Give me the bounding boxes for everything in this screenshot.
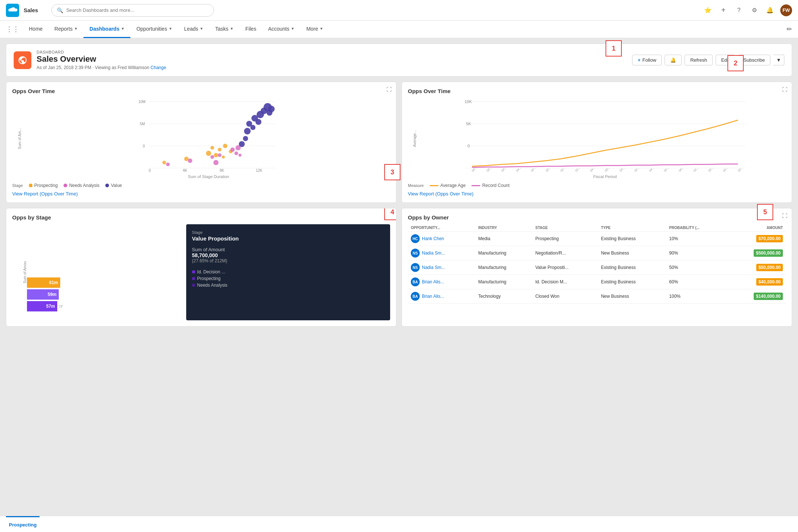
owner-link[interactable]: BA Brian Alis... bbox=[411, 292, 472, 301]
bell-button[interactable]: 🔔 bbox=[665, 55, 682, 65]
owner-link[interactable]: BA Brian Alis... bbox=[411, 277, 472, 286]
cell-type: Existing Business bbox=[598, 260, 666, 275]
table-row: BA Brian Alis... Technology Closed Won N… bbox=[408, 289, 786, 304]
cell-probability: 100% bbox=[666, 289, 727, 304]
cell-stage: Id. Decision M... bbox=[532, 275, 598, 289]
tooltip-amount-pct: (27.65% of 212M) bbox=[192, 258, 384, 263]
top-nav: Sales 🔍 ⭐ + ? ⚙ 🔔 FW bbox=[0, 0, 798, 21]
svg-text:Q2...: Q2... bbox=[530, 167, 536, 172]
owner-link[interactable]: HC Hank Chen bbox=[411, 234, 472, 243]
svg-text:Q1...: Q1... bbox=[574, 167, 581, 172]
svg-point-13 bbox=[206, 151, 211, 156]
chart2-expand-icon[interactable]: ⛶ bbox=[782, 86, 787, 92]
svg-text:5K: 5K bbox=[466, 122, 471, 126]
reports-chevron: ▼ bbox=[74, 27, 78, 31]
cell-type: Existing Business bbox=[598, 232, 666, 246]
svg-point-20 bbox=[166, 163, 170, 166]
col-type: TYPE bbox=[598, 224, 666, 232]
avatar[interactable]: FW bbox=[780, 4, 792, 16]
cell-industry: Manufacturing bbox=[475, 260, 532, 275]
chart1-view-report-link[interactable]: View Report (Opps Over Time) bbox=[12, 191, 78, 197]
nav-item-reports[interactable]: Reports ▼ bbox=[48, 20, 83, 38]
favorites-icon[interactable]: ⭐ bbox=[703, 5, 713, 16]
tooltip-legend-item-3: Needs Analysis bbox=[192, 283, 384, 288]
nav-item-tasks[interactable]: Tasks ▼ bbox=[209, 20, 239, 38]
bottom-tab-prospecting[interactable]: Prospecting bbox=[6, 516, 40, 532]
svg-text:Q4...: Q4... bbox=[678, 167, 684, 172]
owner-link[interactable]: NS Nadia Sm... bbox=[411, 263, 472, 272]
svg-text:8K: 8K bbox=[220, 168, 225, 172]
leads-chevron: ▼ bbox=[200, 27, 203, 31]
follow-button[interactable]: + Follow bbox=[632, 55, 662, 65]
cell-amount: $140,000.00 bbox=[727, 289, 786, 304]
svg-text:Q4...: Q4... bbox=[648, 167, 655, 172]
annotation-1: 1 bbox=[606, 40, 622, 57]
main-content: 1 2 DASHBOARD Sales Overview As of Jan 2… bbox=[0, 38, 798, 532]
chart-opps-by-owner: 5 ⛶ Opps by Owner OPPORTUNITY... INDUSTR… bbox=[402, 208, 792, 327]
chart2-legend: Measure Average Age Record Count bbox=[408, 183, 786, 188]
svg-point-24 bbox=[218, 153, 222, 157]
settings-icon[interactable]: ⚙ bbox=[749, 5, 760, 16]
chart1-title: Opps Over Time bbox=[12, 88, 390, 94]
owner-avatar: NS bbox=[411, 263, 420, 272]
help-icon[interactable]: ? bbox=[734, 5, 744, 16]
col-industry: INDUSTRY bbox=[475, 224, 532, 232]
chart1-x-label: Sum of Stage Duration bbox=[27, 174, 390, 179]
amount-badge: $50,000.00 bbox=[756, 264, 783, 271]
nav-item-leads[interactable]: Leads ▼ bbox=[178, 20, 209, 38]
chart2-view-report-link[interactable]: View Report (Opps Over Time) bbox=[408, 191, 473, 197]
svg-text:Q4...: Q4... bbox=[589, 167, 596, 172]
add-icon[interactable]: + bbox=[718, 5, 729, 16]
svg-text:4K: 4K bbox=[183, 168, 188, 172]
bell-icon[interactable]: 🔔 bbox=[765, 5, 775, 16]
cell-probability: 60% bbox=[666, 275, 727, 289]
annotation-4: 4 bbox=[384, 208, 396, 220]
owner-table-body: HC Hank Chen Media Prospecting Existing … bbox=[408, 232, 786, 304]
svg-text:Q1...: Q1... bbox=[634, 167, 640, 172]
cell-industry: Manufacturing bbox=[475, 246, 532, 260]
tooltip-amount-value: 58,700,000 bbox=[192, 252, 384, 258]
search-box[interactable]: 🔍 bbox=[51, 4, 214, 17]
owner-avatar: NS bbox=[411, 249, 420, 258]
chart1-legend: Stage Prospecting Needs Analysis Value bbox=[12, 183, 390, 188]
cell-amount: $40,000.00 bbox=[727, 275, 786, 289]
salesforce-logo[interactable] bbox=[6, 4, 19, 17]
nav-edit-icon[interactable]: ✏ bbox=[787, 25, 792, 33]
svg-point-16 bbox=[218, 148, 222, 151]
svg-point-40 bbox=[268, 106, 275, 112]
refresh-button[interactable]: Refresh bbox=[685, 55, 713, 65]
nav-item-opportunities[interactable]: Opportunities ▼ bbox=[130, 20, 178, 38]
chart2-line-svg: 10K 5K 0 Q3... Q3... Q4... Q4... Q2... Q… bbox=[424, 98, 786, 172]
chart2-y-label: Average... bbox=[413, 130, 417, 147]
owner-table: OPPORTUNITY... INDUSTRY STAGE TYPE PROBA… bbox=[408, 224, 786, 304]
svg-point-29 bbox=[239, 141, 245, 147]
svg-point-23 bbox=[214, 160, 219, 165]
subscribe-dropdown[interactable]: ▼ bbox=[773, 55, 784, 65]
nav-item-files[interactable]: Files bbox=[239, 20, 262, 38]
app-grid-icon[interactable]: ⋮⋮ bbox=[6, 25, 19, 33]
nav-item-accounts[interactable]: Accounts ▼ bbox=[262, 20, 301, 38]
app-name: Sales bbox=[24, 7, 38, 13]
chart3-y-label: Sum of Amou bbox=[23, 261, 27, 283]
change-link[interactable]: Change bbox=[151, 65, 166, 70]
amount-badge: $140,000.00 bbox=[754, 293, 783, 300]
nav-item-home[interactable]: Home bbox=[23, 20, 48, 38]
annotation-5: 5 bbox=[757, 204, 773, 220]
nav-item-dashboards[interactable]: Dashboards ▼ bbox=[83, 20, 130, 38]
table-row: HC Hank Chen Media Prospecting Existing … bbox=[408, 232, 786, 246]
owner-link[interactable]: NS Nadia Sm... bbox=[411, 249, 472, 258]
secondary-nav: ⋮⋮ Home Reports ▼ Dashboards ▼ Opportuni… bbox=[0, 21, 798, 38]
search-input[interactable] bbox=[66, 7, 208, 13]
cell-stage: Prospecting bbox=[532, 232, 598, 246]
legend-item-needs-analysis: Needs Analysis bbox=[64, 183, 99, 188]
nav-item-more[interactable]: More ▼ bbox=[300, 20, 329, 38]
chart4-expand-icon[interactable]: ⛶ bbox=[782, 213, 787, 219]
chart1-expand-icon[interactable]: ⛶ bbox=[386, 86, 392, 92]
svg-point-28 bbox=[239, 154, 242, 157]
svg-text:Q1...: Q1... bbox=[560, 167, 566, 172]
svg-text:Q3...: Q3... bbox=[619, 167, 625, 172]
cell-type: New Business bbox=[598, 289, 666, 304]
cell-industry: Technology bbox=[475, 289, 532, 304]
svg-text:10M: 10M bbox=[139, 100, 146, 104]
nav-icons: ⭐ + ? ⚙ 🔔 FW bbox=[703, 4, 792, 16]
